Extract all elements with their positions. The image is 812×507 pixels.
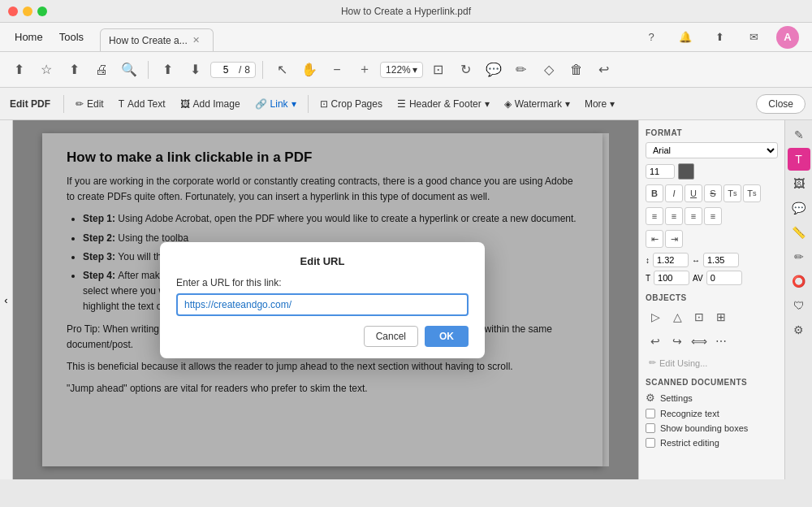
user-avatar[interactable]: A bbox=[776, 26, 799, 49]
obj-crop-button[interactable]: ⊡ bbox=[689, 307, 709, 327]
modal-cancel-button[interactable]: Cancel bbox=[364, 326, 418, 347]
mail-icon[interactable]: ✉ bbox=[742, 26, 765, 49]
help-icon[interactable]: ? bbox=[640, 26, 663, 49]
delete-button[interactable]: 🗑 bbox=[564, 58, 589, 82]
watermark-button[interactable]: ◈ Watermark ▾ bbox=[498, 95, 577, 113]
align-right-button[interactable]: ≡ bbox=[685, 207, 702, 225]
align-justify-button[interactable]: ≡ bbox=[704, 207, 722, 225]
obj-undo-button[interactable]: ↩ bbox=[646, 332, 665, 351]
modal-url-input[interactable] bbox=[176, 293, 469, 316]
zoom-control[interactable]: 122% ▾ bbox=[380, 62, 423, 78]
next-page-button[interactable]: ⬇ bbox=[183, 58, 207, 82]
restrict-editing-checkbox[interactable] bbox=[646, 438, 655, 448]
menu-home[interactable]: Home bbox=[6, 28, 51, 46]
undo-button[interactable]: ↩ bbox=[592, 58, 616, 82]
indent-inc-button[interactable]: ⇥ bbox=[665, 230, 683, 248]
first-page-button[interactable]: ⬆ bbox=[6, 58, 31, 82]
zoom-in-button[interactable]: ＋ bbox=[352, 58, 377, 82]
fit-button[interactable]: ⊡ bbox=[426, 58, 451, 82]
zoom-dropdown-icon[interactable]: ▾ bbox=[412, 64, 417, 76]
pen-button[interactable]: ✏ bbox=[509, 58, 533, 82]
tab-label: How to Create a... bbox=[109, 35, 188, 46]
font-size-input[interactable] bbox=[646, 164, 675, 179]
obj-triangle-button[interactable]: △ bbox=[667, 307, 687, 327]
left-panel-collapse[interactable]: ‹ bbox=[0, 120, 13, 479]
strip-text-icon[interactable]: T bbox=[788, 148, 810, 171]
close-button[interactable]: Close bbox=[756, 94, 806, 114]
modal-button-row: Cancel OK bbox=[176, 326, 469, 347]
modal-url-label: Enter a URL for this link: bbox=[176, 277, 469, 288]
zoom-out-small-button[interactable]: 🔍 bbox=[117, 58, 141, 82]
italic-button[interactable]: I bbox=[665, 184, 683, 202]
strip-pen-icon[interactable]: ✏ bbox=[788, 245, 810, 268]
subscript-button[interactable]: Ts bbox=[743, 184, 761, 202]
font-size-row bbox=[646, 163, 778, 180]
strip-measure-icon[interactable]: 📏 bbox=[788, 221, 810, 244]
add-text-button[interactable]: T Add Text bbox=[112, 95, 172, 113]
tab-close-icon[interactable]: ✕ bbox=[192, 35, 200, 46]
strip-edit-icon[interactable]: ✎ bbox=[788, 124, 810, 146]
bounding-boxes-row[interactable]: Show bounding boxes bbox=[646, 423, 778, 433]
close-window-button[interactable] bbox=[8, 6, 18, 16]
minimize-window-button[interactable] bbox=[23, 6, 32, 16]
more-button[interactable]: More ▾ bbox=[578, 95, 621, 113]
comment-button[interactable]: 💬 bbox=[482, 58, 506, 82]
watermark-icon: ◈ bbox=[504, 98, 512, 110]
bounding-boxes-checkbox[interactable] bbox=[646, 423, 655, 433]
share-icon[interactable]: ⬆ bbox=[708, 26, 731, 49]
strip-shapes-icon[interactable]: ⭕ bbox=[788, 270, 810, 292]
strip-image-icon[interactable]: 🖼 bbox=[788, 172, 810, 195]
obj-arrow-button[interactable]: ▷ bbox=[646, 307, 665, 327]
strip-comment-icon[interactable]: 💬 bbox=[788, 197, 810, 219]
superscript-button[interactable]: Ts bbox=[723, 184, 741, 202]
bell-icon[interactable]: 🔔 bbox=[674, 26, 697, 49]
maximize-window-button[interactable] bbox=[37, 6, 47, 16]
rotate-button[interactable]: ↻ bbox=[454, 58, 478, 82]
link-button[interactable]: 🔗 Link ▾ bbox=[248, 95, 303, 113]
recognize-text-row[interactable]: Recognize text bbox=[646, 409, 778, 418]
edit-using-button[interactable]: ✏ Edit Using... bbox=[646, 356, 778, 370]
font-family-select[interactable]: Arial bbox=[646, 142, 778, 158]
tab-pdf[interactable]: How to Create a... ✕ bbox=[100, 28, 214, 51]
add-text-icon: T bbox=[119, 98, 124, 110]
underline-button[interactable]: U bbox=[685, 184, 702, 202]
traffic-lights[interactable] bbox=[8, 6, 47, 16]
hand-tool-button[interactable]: ✋ bbox=[297, 58, 322, 82]
upload-button[interactable]: ⬆ bbox=[62, 58, 86, 82]
line-spacing-icon: ↕ bbox=[646, 256, 650, 265]
font-family-row: Arial bbox=[646, 142, 778, 158]
align-left-button[interactable]: ≡ bbox=[646, 207, 663, 225]
obj-flip-button[interactable]: ⟺ bbox=[689, 332, 709, 351]
strip-settings-icon[interactable]: ⚙ bbox=[788, 318, 810, 341]
font-scale-input[interactable]: 100 bbox=[654, 271, 689, 285]
header-footer-button[interactable]: ☰ Header & Footer ▾ bbox=[391, 95, 496, 113]
restrict-editing-row[interactable]: Restrict editing bbox=[646, 438, 778, 448]
line-spacing-input[interactable]: 1.32 bbox=[653, 253, 689, 267]
color-picker[interactable] bbox=[678, 163, 694, 180]
bookmark-button[interactable]: ☆ bbox=[34, 58, 58, 82]
pdf-scrollbar[interactable] bbox=[603, 133, 609, 466]
obj-table-button[interactable]: ⊞ bbox=[711, 307, 731, 327]
menu-tools[interactable]: Tools bbox=[51, 28, 92, 46]
bold-button[interactable]: B bbox=[646, 184, 663, 202]
settings-row[interactable]: ⚙ Settings bbox=[646, 392, 778, 404]
strip-security-icon[interactable]: 🛡 bbox=[788, 294, 810, 317]
cursor-tool-button[interactable]: ↖ bbox=[270, 58, 294, 82]
prev-page-button[interactable]: ⬆ bbox=[155, 58, 179, 82]
add-image-button[interactable]: 🖼 Add Image bbox=[174, 95, 247, 113]
zoom-out-button[interactable]: − bbox=[325, 58, 349, 82]
obj-more-button[interactable]: ⋯ bbox=[711, 332, 731, 351]
recognize-text-checkbox[interactable] bbox=[646, 409, 655, 418]
crop-pages-button[interactable]: ⊡ Crop Pages bbox=[313, 95, 389, 113]
print-button[interactable]: 🖨 bbox=[89, 58, 114, 82]
indent-dec-button[interactable]: ⇤ bbox=[646, 230, 663, 248]
strikethrough-button[interactable]: S bbox=[704, 184, 722, 202]
modal-ok-button[interactable]: OK bbox=[425, 326, 469, 347]
page-number-input[interactable]: 5 bbox=[216, 64, 235, 76]
obj-redo-button[interactable]: ↪ bbox=[667, 332, 687, 351]
align-center-button[interactable]: ≡ bbox=[665, 207, 683, 225]
baseline-input[interactable]: 0 bbox=[706, 271, 742, 285]
char-spacing-input[interactable]: 1.35 bbox=[703, 253, 739, 267]
edit-button[interactable]: ✏ Edit bbox=[69, 95, 110, 113]
shapes-button[interactable]: ◇ bbox=[537, 58, 561, 82]
